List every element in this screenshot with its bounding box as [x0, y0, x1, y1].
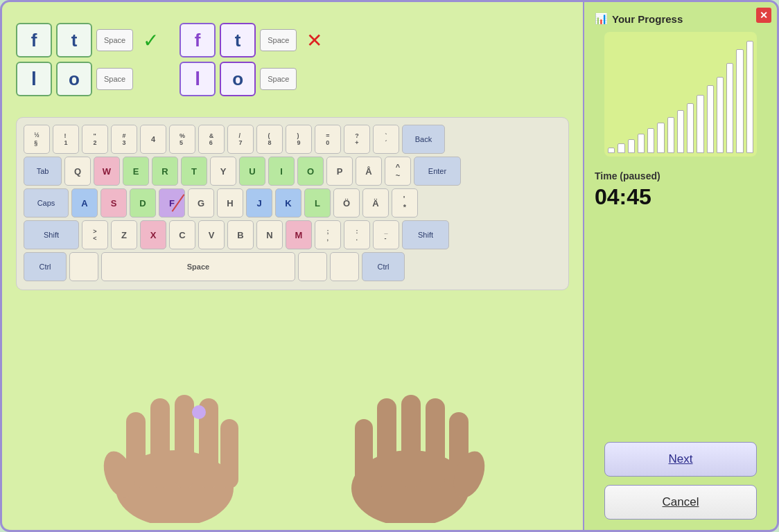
key-period[interactable]: :.: [344, 220, 370, 249]
time-value: 04:45: [595, 184, 660, 210]
key-p[interactable]: P: [326, 157, 353, 186]
key-shift-right[interactable]: Shift: [402, 220, 449, 249]
key-ctrl-left[interactable]: Ctrl: [24, 252, 67, 281]
right-panel: 📊 Your Progress Time (paused) 04:45 Ne: [583, 2, 777, 530]
cancel-button[interactable]: Cancel: [604, 485, 757, 520]
key-caret[interactable]: ^~: [385, 157, 411, 186]
key-comma[interactable]: ;,: [315, 220, 341, 249]
attempt-letter-l: l: [180, 62, 216, 96]
key-a-umlaut[interactable]: Ä: [362, 188, 389, 218]
key-w[interactable]: W: [94, 157, 120, 186]
key-z[interactable]: Z: [111, 220, 137, 249]
key-c[interactable]: C: [169, 220, 195, 249]
close-button[interactable]: ✕: [756, 8, 771, 23]
svg-rect-8: [355, 419, 373, 488]
keyboard-row-asdf: Caps A S D F G H J K L Ö Ä '*: [24, 188, 561, 218]
key-angle[interactable]: ><: [82, 220, 108, 249]
hands-svg: [43, 384, 542, 523]
key-r[interactable]: R: [152, 157, 178, 186]
key-9[interactable]: )9: [286, 125, 312, 154]
bar-12: [717, 77, 724, 153]
key-o-umlaut[interactable]: Ö: [333, 188, 360, 218]
time-section: Time (paused) 04:45: [595, 170, 660, 210]
key-1[interactable]: !1: [53, 125, 79, 154]
key-enter[interactable]: Enter: [414, 157, 461, 186]
key-4[interactable]: 4: [140, 125, 166, 154]
key-2[interactable]: "2: [82, 125, 108, 154]
key-s[interactable]: S: [100, 188, 127, 218]
key-alt-right[interactable]: [330, 252, 359, 281]
word-display: f t Space ✓ l o Space f t Space ✕: [16, 23, 569, 96]
attempt-letter-o: o: [220, 62, 256, 96]
key-g[interactable]: G: [188, 188, 214, 218]
key-i[interactable]: I: [268, 157, 295, 186]
correct-space-1: Space: [96, 29, 133, 51]
keyboard-row-zxcv: Shift >< Z X C V B N M ;, :. _- Shift: [24, 220, 561, 249]
key-t[interactable]: T: [181, 157, 207, 186]
key-5[interactable]: %5: [169, 125, 195, 154]
left-panel: f t Space ✓ l o Space f t Space ✕: [2, 2, 583, 530]
svg-rect-2: [150, 398, 170, 488]
progress-chart: [604, 32, 757, 157]
keyboard-row-numbers: ½§ !1 "2 #3 4 %5 &6 /7 (8 )9 =0 ?+ `´ Ba…: [24, 125, 561, 154]
key-backspace[interactable]: Back: [402, 125, 445, 154]
correct-letter-o: o: [56, 62, 92, 96]
key-d[interactable]: D: [130, 188, 156, 218]
key-v[interactable]: V: [198, 220, 225, 249]
key-m[interactable]: M: [286, 220, 312, 249]
bar-9: [687, 103, 694, 153]
attempt-word-row2: l o Space: [180, 62, 322, 96]
key-a[interactable]: A: [71, 188, 98, 218]
correct-letter-t: t: [56, 23, 92, 57]
key-8[interactable]: (8: [256, 125, 283, 154]
hands-area: [16, 294, 569, 523]
key-a-ring[interactable]: Å: [356, 157, 382, 186]
attempt-letter-t: t: [220, 23, 256, 57]
check-mark: ✓: [143, 29, 159, 52]
key-tab[interactable]: Tab: [24, 157, 62, 186]
main-container: ✕ f t Space ✓ l o Space: [0, 0, 779, 532]
key-o[interactable]: O: [297, 157, 324, 186]
finger-indicator-dot: [192, 405, 206, 419]
correct-space-2: Space: [96, 68, 133, 90]
key-b[interactable]: B: [227, 220, 254, 249]
progress-title-text: Your Progress: [612, 13, 683, 25]
key-y[interactable]: Y: [210, 157, 236, 186]
key-k[interactable]: K: [275, 188, 301, 218]
key-minus[interactable]: _-: [373, 220, 399, 249]
key-shift-left[interactable]: Shift: [24, 220, 79, 249]
key-plus[interactable]: ?+: [344, 125, 370, 154]
key-ctrl-right[interactable]: Ctrl: [362, 252, 405, 281]
keyboard-row-bottom: Ctrl Space Ctrl: [24, 252, 561, 281]
key-x[interactable]: X: [140, 220, 166, 249]
key-l[interactable]: L: [304, 188, 331, 218]
progress-title: 📊 Your Progress: [595, 12, 683, 25]
svg-rect-10: [401, 395, 421, 488]
correct-letter-l: l: [16, 62, 52, 96]
key-win-left[interactable]: [69, 252, 98, 281]
key-win-right[interactable]: [298, 252, 327, 281]
key-3[interactable]: #3: [111, 125, 137, 154]
key-j[interactable]: J: [246, 188, 272, 218]
key-caps[interactable]: Caps: [24, 188, 69, 218]
key-backtick[interactable]: `´: [373, 125, 399, 154]
next-button[interactable]: Next: [604, 442, 757, 477]
key-f[interactable]: F: [159, 188, 185, 218]
key-apostrophe[interactable]: '*: [392, 188, 418, 218]
correct-letter-f: f: [16, 23, 52, 57]
key-0[interactable]: =0: [315, 125, 341, 154]
svg-rect-3: [175, 395, 194, 488]
progress-icon: 📊: [595, 12, 608, 25]
key-q[interactable]: Q: [64, 157, 91, 186]
key-half-section[interactable]: ½§: [24, 125, 50, 154]
key-space[interactable]: Space: [101, 252, 295, 281]
key-h[interactable]: H: [217, 188, 243, 218]
time-label: Time (paused): [595, 170, 660, 181]
key-n[interactable]: N: [256, 220, 283, 249]
key-6[interactable]: &6: [198, 125, 225, 154]
attempt-letter-f: f: [180, 23, 216, 57]
key-7[interactable]: /7: [227, 125, 254, 154]
attempt-space-2: Space: [260, 68, 297, 90]
key-u[interactable]: U: [239, 157, 265, 186]
key-e[interactable]: E: [123, 157, 149, 186]
